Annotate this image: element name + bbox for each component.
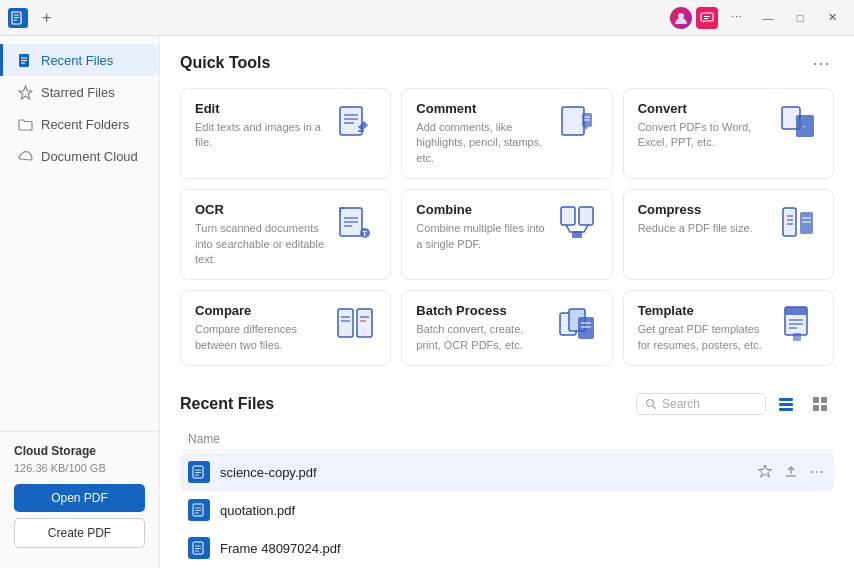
search-box[interactable]: Search [636, 393, 766, 415]
tool-edit-icon [334, 101, 376, 143]
svg-marker-73 [759, 465, 772, 477]
close-button[interactable]: ✕ [818, 7, 846, 29]
tool-compare-name: Compare [195, 303, 326, 318]
recent-files-icon [17, 52, 33, 68]
maximize-button[interactable]: □ [786, 7, 814, 29]
more-options-button[interactable]: ⋯ [808, 462, 826, 482]
upload-button[interactable] [782, 462, 800, 483]
sidebar-item-label: Recent Files [41, 53, 113, 68]
tool-template-icon [777, 303, 819, 345]
svg-rect-51 [578, 317, 594, 339]
user-avatar[interactable] [670, 7, 692, 29]
tool-comment[interactable]: Comment Add comments, like highlights, p… [401, 88, 612, 179]
sidebar-item-label: Recent Folders [41, 117, 129, 132]
svg-rect-66 [821, 397, 827, 403]
svg-rect-19 [562, 107, 584, 135]
file-name: Frame 48097024.pdf [220, 541, 754, 556]
tool-compress-name: Compress [638, 202, 769, 217]
svg-rect-68 [821, 405, 827, 411]
upload-button[interactable]: ↑ [789, 500, 800, 520]
svg-rect-36 [783, 208, 796, 236]
file-row[interactable]: science-copy.pdf ⋯ [180, 453, 834, 491]
sidebar-bottom: Cloud Storage 126.36 KB/100 GB Open PDF … [0, 431, 159, 560]
tool-batch-process[interactable]: Batch Process Batch convert, create, pri… [401, 290, 612, 366]
upload-button[interactable]: ↑ [789, 538, 800, 558]
new-tab-button[interactable]: + [36, 7, 57, 29]
more-options-button[interactable]: ⋯ [808, 538, 826, 558]
column-name: Name [188, 432, 220, 446]
svg-rect-62 [779, 398, 793, 401]
file-icon [188, 499, 210, 521]
svg-rect-59 [793, 333, 801, 341]
tool-compress-icon [777, 202, 819, 244]
recent-files-header: Recent Files Search [180, 390, 834, 418]
sidebar-item-starred-files[interactable]: Starred Files [0, 76, 159, 108]
tool-ocr[interactable]: OCR Turn scanned documents into searchab… [180, 189, 391, 280]
quick-tools-title: Quick Tools [180, 54, 270, 72]
files-table-header: Name [180, 428, 834, 451]
create-pdf-button[interactable]: Create PDF [14, 518, 145, 548]
star-button[interactable]: ☆ [764, 538, 781, 558]
svg-rect-69 [193, 466, 203, 478]
tool-ocr-text: OCR Turn scanned documents into searchab… [195, 202, 326, 267]
tool-compare-text: Compare Compare differences between two … [195, 303, 326, 353]
tool-combine-desc: Combine multiple files into a single PDF… [416, 221, 547, 252]
grid-view-button[interactable] [806, 390, 834, 418]
file-row[interactable]: Frame 48097024.pdf ☆ ↑ ⋯ [180, 529, 834, 567]
tool-convert-icon: → [777, 101, 819, 143]
file-icon [188, 461, 210, 483]
svg-rect-43 [338, 309, 353, 337]
star-button[interactable] [756, 462, 774, 483]
sidebar-item-label: Starred Files [41, 85, 115, 100]
tool-ocr-icon: T [334, 202, 376, 244]
star-icon [17, 84, 33, 100]
menu-dots-button[interactable]: ⋯ [722, 7, 750, 29]
svg-rect-55 [785, 307, 807, 315]
cloud-icon [17, 148, 33, 164]
svg-rect-76 [193, 504, 203, 516]
titlebar-left: + [8, 7, 57, 29]
list-view-button[interactable] [772, 390, 800, 418]
tool-convert-text: Convert Convert PDFs to Word, Excel, PPT… [638, 101, 769, 151]
tools-grid: Edit Edit texts and images in a file. [180, 88, 834, 366]
open-pdf-button[interactable]: Open PDF [14, 484, 145, 512]
tool-template-name: Template [638, 303, 769, 318]
tool-batch-desc: Batch convert, create, print, OCR PDFs, … [416, 322, 547, 353]
cloud-storage-label: Cloud Storage [14, 444, 145, 458]
tool-template[interactable]: Template Get great PDF templates for res… [623, 290, 834, 366]
tool-compare-desc: Compare differences between two files. [195, 322, 326, 353]
tool-edit[interactable]: Edit Edit texts and images in a file. [180, 88, 391, 179]
titlebar: + ⋯ — □ ✕ [0, 0, 854, 36]
minimize-button[interactable]: — [754, 7, 782, 29]
tool-compress-desc: Reduce a PDF file size. [638, 221, 769, 236]
tool-comment-text: Comment Add comments, like highlights, p… [416, 101, 547, 166]
tool-edit-name: Edit [195, 101, 326, 116]
sidebar-item-document-cloud[interactable]: Document Cloud [0, 140, 159, 172]
tool-batch-name: Batch Process [416, 303, 547, 318]
chat-icon[interactable] [696, 7, 718, 29]
more-options-button[interactable]: ⋯ [808, 500, 826, 520]
star-button[interactable]: ☆ [764, 500, 781, 520]
tool-combine[interactable]: Combine Combine multiple files into a si… [401, 189, 612, 280]
file-row[interactable]: quotation.pdf ☆ ↑ ⋯ [180, 491, 834, 529]
search-placeholder: Search [662, 397, 700, 411]
sidebar-item-recent-folders[interactable]: Recent Folders [0, 108, 159, 140]
svg-rect-67 [813, 405, 819, 411]
quick-tools-more-button[interactable]: ⋯ [808, 52, 834, 74]
svg-point-60 [647, 400, 654, 407]
folder-icon [17, 116, 33, 132]
sidebar-item-label: Document Cloud [41, 149, 138, 164]
svg-line-61 [653, 406, 657, 410]
tool-compare[interactable]: Compare Compare differences between two … [180, 290, 391, 366]
tool-compress[interactable]: Compress Reduce a PDF file size. [623, 189, 834, 280]
tool-comment-name: Comment [416, 101, 547, 116]
file-icon [188, 537, 210, 559]
svg-rect-80 [193, 542, 203, 554]
tool-combine-icon [556, 202, 598, 244]
file-name: science-copy.pdf [220, 465, 746, 480]
tool-edit-desc: Edit texts and images in a file. [195, 120, 326, 151]
content-area: Quick Tools ⋯ Edit Edit texts and images… [160, 36, 854, 568]
tool-comment-desc: Add comments, like highlights, pencil, s… [416, 120, 547, 166]
tool-convert[interactable]: Convert Convert PDFs to Word, Excel, PPT… [623, 88, 834, 179]
sidebar-item-recent-files[interactable]: Recent Files [0, 44, 159, 76]
